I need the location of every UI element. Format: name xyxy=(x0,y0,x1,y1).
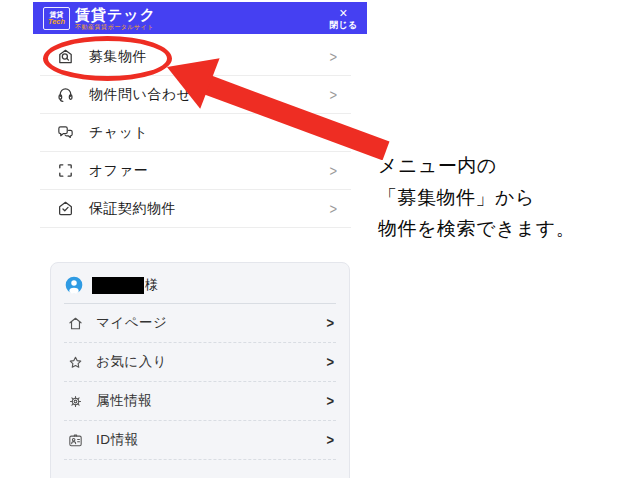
drawer-header: 賃貸 Tech 賃貸テック 不動産賃貸ポータルサイト × 閉じる xyxy=(33,2,367,34)
chevron-right-icon: > xyxy=(326,315,334,332)
menu-item-label: 物件問い合わせ xyxy=(89,86,329,104)
card-item-label: お気に入り xyxy=(96,353,326,371)
menu-item-label: 募集物件 xyxy=(89,48,329,66)
chevron-right-icon: > xyxy=(326,393,334,410)
close-button[interactable]: × 閉じる xyxy=(330,6,357,30)
house-check-icon xyxy=(55,199,75,219)
card-item-label: 属性情報 xyxy=(96,392,326,410)
chevron-right-icon: > xyxy=(329,48,337,65)
user-avatar-icon xyxy=(64,275,84,295)
card-item-label: マイページ xyxy=(96,314,326,332)
app-logo: 賃貸 Tech 賃貸テック 不動産賃貸ポータルサイト xyxy=(43,7,156,30)
user-name-suffix: 様 xyxy=(145,276,158,294)
gear-icon xyxy=(66,392,84,410)
menu-item-label: チャット xyxy=(89,124,337,142)
chevron-right-icon: > xyxy=(329,86,337,103)
card-item-id-info[interactable]: ID情報 > xyxy=(64,421,336,460)
card-item-attributes[interactable]: 属性情報 > xyxy=(64,382,336,421)
user-card: 様 マイページ > お気に入り > 属性情報 > xyxy=(50,262,350,478)
redacted-name xyxy=(92,277,144,294)
home-icon xyxy=(66,314,84,332)
annotation-line: メニュー内の xyxy=(378,150,575,182)
annotation-text: メニュー内の 「募集物件」から 物件を検索できます。 xyxy=(378,150,575,245)
close-label: 閉じる xyxy=(330,21,357,30)
id-card-icon xyxy=(66,431,84,449)
menu-item-chat[interactable]: チャット xyxy=(40,114,351,152)
chevron-right-icon: > xyxy=(329,162,337,179)
offer-frame-icon xyxy=(55,161,75,181)
chevron-right-icon: > xyxy=(329,200,337,217)
app-title: 賃貸テック xyxy=(75,7,156,22)
main-menu: 募集物件 > 物件問い合わせ > チャット xyxy=(40,38,351,228)
chevron-right-icon: > xyxy=(326,432,334,449)
card-item-mypage[interactable]: マイページ > xyxy=(64,304,336,343)
menu-item-guaranteed-properties[interactable]: 保証契約物件 > xyxy=(40,190,351,228)
menu-item-listings[interactable]: 募集物件 > xyxy=(40,38,351,76)
headset-icon xyxy=(55,85,75,105)
logo-badge-icon: 賃貸 Tech xyxy=(43,7,70,30)
logo-badge-bottom: Tech xyxy=(48,18,65,26)
menu-item-label: 保証契約物件 xyxy=(89,200,329,218)
chat-bubbles-icon xyxy=(55,123,75,143)
menu-item-property-inquiry[interactable]: 物件問い合わせ > xyxy=(40,76,351,114)
chevron-right-icon: > xyxy=(326,354,334,371)
menu-item-label: オファー xyxy=(89,162,329,180)
close-icon: × xyxy=(339,6,347,20)
app-subtitle: 不動産賃貸ポータルサイト xyxy=(75,24,156,30)
card-item-favorites[interactable]: お気に入り > xyxy=(64,343,336,382)
star-icon xyxy=(66,353,84,371)
user-info-row: 様 xyxy=(64,267,336,304)
annotation-line: 「募集物件」から xyxy=(378,182,575,214)
card-item-label: ID情報 xyxy=(96,431,326,449)
menu-item-offer[interactable]: オファー > xyxy=(40,152,351,190)
house-search-icon xyxy=(55,47,75,67)
annotation-line: 物件を検索できます。 xyxy=(378,213,575,245)
